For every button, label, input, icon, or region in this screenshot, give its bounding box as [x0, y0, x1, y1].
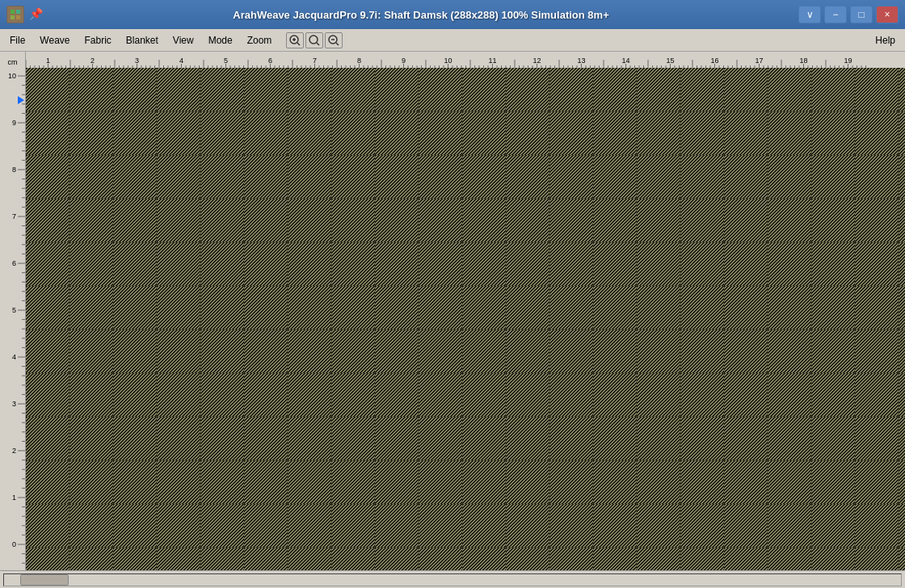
zoom-fit-button[interactable] [305, 32, 323, 48]
svg-line-7 [297, 43, 300, 45]
maximize-button[interactable]: □ [850, 6, 873, 23]
svg-line-9 [317, 43, 319, 45]
main-area: cm [0, 52, 905, 570]
menu-view[interactable]: View [166, 32, 200, 48]
collapse-button[interactable]: ∨ [798, 6, 821, 23]
svg-rect-0 [11, 10, 15, 14]
svg-rect-1 [16, 10, 20, 14]
titlebar-left-icons: 📌 [6, 6, 44, 23]
zoom-in-button[interactable] [286, 32, 304, 48]
titlebar: 📌 ArahWeave JacquardPro 9.7i: Shaft Dams… [0, 0, 905, 29]
svg-rect-2 [11, 15, 15, 19]
svg-rect-3 [16, 15, 20, 19]
menu-blanket[interactable]: Blanket [120, 32, 165, 48]
window-title: ArahWeave JacquardPro 9.7i: Shaft Damsk … [44, 9, 798, 21]
pin-icon[interactable]: 📌 [29, 7, 44, 22]
menu-file[interactable]: File [3, 32, 32, 48]
svg-point-8 [309, 36, 318, 44]
svg-line-12 [336, 43, 339, 45]
menu-fabric[interactable]: Fabric [78, 32, 117, 48]
menu-mode[interactable]: Mode [202, 32, 239, 48]
ruler-corner: cm [0, 52, 26, 68]
vertical-ruler [0, 68, 26, 570]
content-row [0, 68, 905, 570]
window-controls: ∨ − □ × [798, 6, 899, 23]
top-ruler: cm [0, 52, 905, 68]
scrollbar-thumb[interactable] [20, 574, 69, 586]
fabric-area[interactable] [26, 68, 905, 570]
zoom-buttons [286, 32, 343, 48]
zoom-out-button[interactable] [325, 32, 343, 48]
horizontal-scrollbar[interactable] [3, 573, 902, 586]
close-button[interactable]: × [876, 6, 899, 23]
horizontal-ruler [26, 52, 905, 68]
fabric-canvas[interactable] [26, 68, 905, 570]
menu-zoom[interactable]: Zoom [241, 32, 279, 48]
menu-help[interactable]: Help [869, 32, 902, 48]
menubar: File Weave Fabric Blanket View Mode Zoom [0, 29, 905, 52]
app-icon [6, 6, 24, 23]
bottom-bar [0, 570, 905, 588]
minimize-button[interactable]: − [824, 6, 847, 23]
menu-weave[interactable]: Weave [33, 32, 76, 48]
